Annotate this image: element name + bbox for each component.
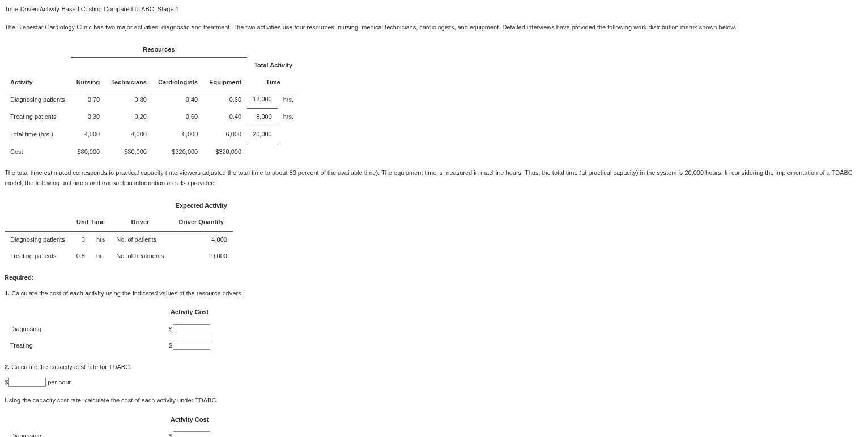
required-label: Required:: [5, 273, 863, 283]
table-row: Total time (hrs.) 4,000 4,000 6,000 6,00…: [5, 126, 299, 144]
unit-time-table: Expected Activity Unit Time Driver Drive…: [5, 198, 233, 265]
total-activity-header: Total Activity: [247, 57, 299, 74]
row-label: Diagnosing patients: [5, 91, 71, 109]
cell: $320,000: [152, 144, 203, 161]
col-equipment: Equipment: [203, 74, 247, 91]
cell: $80,000: [71, 144, 106, 161]
col-time: Time: [247, 74, 299, 91]
activity-cost-header-2: Activity Cost: [163, 412, 216, 429]
q1-text: Calculate the cost of each activity usin…: [11, 290, 242, 297]
per-hour-label: per hour: [48, 379, 71, 385]
col-cardiologists: Cardiologists: [152, 74, 203, 91]
row-label: Cost: [5, 144, 71, 161]
dollar-sign: $: [169, 325, 172, 332]
treating-cost-input[interactable]: [173, 341, 210, 350]
cell: 0.40: [152, 91, 203, 109]
row-label: Diagnosing: [5, 321, 163, 338]
paragraph-2: The total time estimated corresponds to …: [5, 168, 863, 188]
row-label: Diagnosing: [5, 428, 163, 437]
q2-text: Calculate the capacity cost rate for TDA…: [11, 363, 131, 370]
table-row: Diagnosing patients 3 hrs No. of patient…: [5, 231, 233, 248]
cell: No. of treatments: [110, 248, 169, 265]
cell-unit: hrs: [91, 231, 110, 248]
activity-cost-header: Activity Cost: [163, 304, 216, 321]
q1-number: 1.: [5, 290, 10, 297]
cell: No. of patients: [110, 231, 169, 248]
cell: 10,000: [170, 248, 233, 265]
table-row: Treating $: [5, 337, 216, 354]
table-row: Diagnosing $: [5, 321, 216, 338]
cell: 0.60: [203, 91, 247, 109]
cell: 6,000: [203, 126, 247, 144]
q2-number: 2.: [5, 363, 10, 370]
cell: 6,000: [152, 126, 203, 144]
activity-cost-table-1: Activity Cost Diagnosing $ Treating $: [5, 304, 216, 354]
cell: 0.40: [203, 109, 247, 126]
intro-paragraph: The Bienestar Cardiology Clinic has two …: [5, 23, 863, 33]
cell-unit: hrs.: [278, 109, 299, 126]
row-label: Treating: [5, 337, 163, 354]
cell: 0.80: [105, 91, 152, 109]
cell: $320,000: [203, 144, 247, 161]
dollar-sign: $: [169, 342, 172, 349]
col-nursing: Nursing: [71, 74, 106, 91]
row-label: Treating patients: [5, 109, 71, 126]
table-row: Treating patients 0.8 hr. No. of treatme…: [5, 248, 233, 265]
cell-unit: hrs.: [278, 91, 299, 109]
question-1: 1. Calculate the cost of each activity u…: [5, 289, 863, 299]
dollar-sign: $: [5, 379, 8, 385]
activity-cost-table-2: Activity Cost Diagnosing $ Treating $: [5, 412, 216, 437]
cell: $80,000: [105, 144, 152, 161]
col-technicians: Technicians: [105, 74, 152, 91]
resources-header: Resources: [71, 41, 247, 57]
cell: 0.30: [71, 109, 106, 126]
capacity-rate-input[interactable]: [8, 378, 46, 387]
cell: 3: [71, 231, 91, 248]
table-row: Treating patients 0.30 0.20 0.60 0.40 8,…: [5, 109, 299, 126]
cell: 4,000: [71, 126, 106, 144]
row-label: Total time (hrs.): [5, 126, 71, 144]
page-title: Time-Driven Activity-Based Costing Compa…: [5, 5, 863, 15]
table-row: Diagnosing $: [5, 428, 216, 437]
cell: 8,000: [247, 109, 278, 126]
table-row: Cost $80,000 $80,000 $320,000 $320,000: [5, 144, 299, 161]
cell: 0.70: [71, 91, 106, 109]
col-unit-time: Unit Time: [71, 214, 111, 231]
cell: 4,000: [170, 231, 233, 248]
expected-activity-header: Expected Activity: [170, 198, 233, 215]
cell: 0.20: [105, 109, 152, 126]
cell-unit: hr.: [91, 248, 110, 265]
cell-total: 20,000: [247, 126, 278, 144]
question-2b: Using the capacity cost rate, calculate …: [5, 396, 863, 406]
capacity-rate-row: $ per hour: [5, 378, 863, 388]
row-label: Diagnosing patients: [5, 231, 71, 248]
cell: 4,000: [105, 126, 152, 144]
cell: 12,000: [247, 91, 278, 109]
diagnosing-tdabc-input[interactable]: [173, 431, 210, 437]
table-row: Diagnosing patients 0.70 0.80 0.40 0.60 …: [5, 91, 299, 109]
col-driver-qty: Driver Quantity: [170, 214, 233, 231]
question-2: 2. Calculate the capacity cost rate for …: [5, 362, 863, 372]
cell: 0.8: [71, 248, 91, 265]
row-label: Treating patients: [5, 248, 71, 265]
col-driver: Driver: [110, 214, 169, 231]
col-activity: Activity: [5, 74, 71, 91]
cell: 0.60: [152, 109, 203, 126]
diagnosing-cost-input[interactable]: [173, 324, 210, 333]
work-distribution-table: Resources Total Activity Activity Nursin…: [5, 41, 299, 160]
dollar-sign: $: [169, 432, 172, 437]
